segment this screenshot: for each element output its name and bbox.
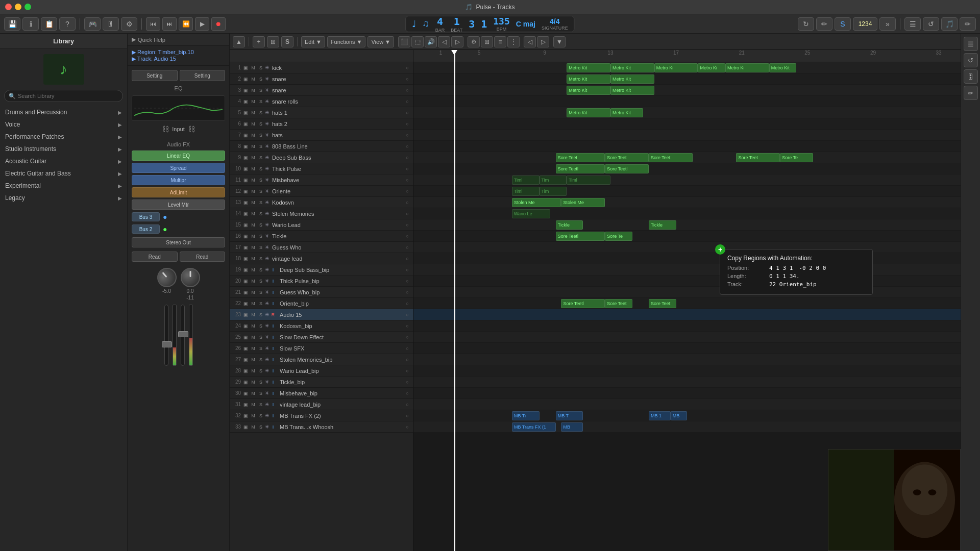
search-input[interactable] — [18, 93, 118, 99]
track-row[interactable]: 4 ▣ M S ✳ snare rolls ○ — [230, 96, 413, 107]
solo-button[interactable]: S — [257, 345, 264, 352]
content-row[interactable] — [413, 118, 961, 130]
solo-button[interactable]: S — [257, 143, 264, 150]
mute-button[interactable]: M — [250, 244, 257, 251]
align-button[interactable]: ≡ — [494, 36, 506, 47]
freeze-icon[interactable]: ✳ — [265, 424, 269, 430]
track-row[interactable]: 30 ▣ M S ✳ I Misbehave_bip ○ — [230, 388, 413, 399]
track-row[interactable]: 11 ▣ M S ✳ Misbehave ○ — [230, 174, 413, 186]
tool5-button[interactable]: ▷ — [451, 36, 463, 47]
freeze-icon[interactable]: ✳ — [265, 312, 269, 317]
time-display[interactable]: 1234 — [853, 17, 877, 31]
track-row[interactable]: 1 ▣ M S ✳ kick ○ — [230, 62, 413, 73]
mute-button[interactable]: M — [250, 143, 257, 150]
content-row[interactable]: Metro KitMetro Kit — [413, 73, 961, 85]
audio-clip[interactable]: Tim — [540, 176, 567, 185]
solo-button[interactable]: S — [257, 322, 264, 330]
freeze-icon[interactable]: ✳ — [265, 211, 269, 216]
audio-clip[interactable]: MB Ti — [512, 411, 540, 420]
panel-button[interactable]: 📋 — [41, 17, 57, 31]
mute-button[interactable]: M — [250, 221, 257, 229]
sidebar-item-studio[interactable]: Studio Instruments ▶ — [0, 143, 127, 155]
mute-button[interactable]: M — [250, 322, 257, 330]
content-row[interactable]: Metro KitMetro Kit — [413, 85, 961, 96]
input-icon[interactable]: I — [270, 300, 277, 307]
solo-button[interactable]: S — [257, 367, 264, 374]
freeze-icon[interactable]: ✳ — [265, 222, 269, 228]
pencil-button[interactable]: ✏ — [816, 17, 832, 31]
sidebar-item-drums[interactable]: Drums and Percussion ▶ — [0, 106, 127, 118]
mute-button[interactable]: M — [250, 379, 257, 386]
reset-button[interactable]: ↺ — [923, 17, 939, 31]
mute-button[interactable]: M — [250, 177, 257, 184]
audio-clip[interactable]: MB 1 — [649, 411, 671, 420]
tool4-button[interactable]: ◁ — [438, 36, 450, 47]
content-row[interactable] — [413, 253, 961, 264]
content-row[interactable] — [413, 343, 961, 354]
freeze-icon[interactable]: ✳ — [265, 278, 269, 284]
audio-clip[interactable]: Tim — [540, 187, 567, 196]
freeze-icon[interactable]: ✳ — [265, 413, 269, 418]
view-dropdown[interactable]: View ▼ — [368, 36, 394, 47]
track-row[interactable]: 10 ▣ M S ✳ Thick Pulse ○ — [230, 163, 413, 174]
bus3-button[interactable]: Bus 3 — [132, 212, 160, 221]
content-row[interactable]: Sore TeetlSore TeetSore Teet — [413, 298, 961, 309]
audio-clip[interactable]: Sore Teet — [605, 299, 632, 308]
midi-button[interactable]: 🎮 — [84, 17, 101, 31]
track-row[interactable]: 8 ▣ M S ✳ 808 Bass Line ○ — [230, 141, 413, 152]
solo-button[interactable]: S — [257, 221, 264, 229]
audio-clip[interactable]: Sore Teet — [736, 153, 780, 162]
solo-button[interactable]: S — [257, 266, 264, 273]
right-arrow-button[interactable]: ▷ — [537, 36, 549, 47]
audio-clip[interactable]: Sore Teet — [649, 299, 676, 308]
track-row[interactable]: 6 ▣ M S ✳ hats 2 ○ — [230, 118, 413, 130]
solo-button[interactable]: S — [257, 423, 264, 431]
audio-clip[interactable]: Metro Kit — [610, 108, 643, 117]
content-row[interactable]: TimlTim — [413, 186, 961, 197]
freeze-icon[interactable]: ✳ — [265, 244, 269, 250]
audio-clip[interactable]: Metro Kit — [567, 74, 610, 84]
content-row[interactable] — [413, 242, 961, 253]
adlimit-button[interactable]: AdLimit — [132, 187, 225, 197]
input-icon[interactable]: I — [270, 356, 277, 363]
mute-button[interactable]: M — [250, 345, 257, 352]
config-button[interactable]: ⚙ — [468, 36, 480, 47]
linear-eq-button[interactable]: Linear EQ — [132, 151, 225, 161]
content-row[interactable] — [413, 276, 961, 287]
settings-button[interactable]: ⚙ — [121, 17, 137, 31]
freeze-icon[interactable]: ✳ — [265, 345, 269, 351]
mute-button[interactable]: M — [250, 289, 257, 296]
volume-knob[interactable] — [153, 264, 181, 291]
freeze-icon[interactable]: ✳ — [265, 98, 269, 104]
solo-button[interactable]: S — [257, 188, 264, 195]
audio-clip[interactable]: Sore Te — [605, 232, 632, 241]
content-row[interactable] — [413, 332, 961, 343]
audio-clip[interactable]: MB — [671, 411, 687, 420]
mute-button[interactable]: M — [250, 188, 257, 195]
input-icon[interactable]: I — [270, 423, 277, 431]
content-row[interactable] — [413, 287, 961, 298]
content-row[interactable] — [413, 130, 961, 141]
track-row[interactable]: 31 ▣ M S ✳ I vintage lead_bip ○ — [230, 399, 413, 410]
freeze-icon[interactable]: ✳ — [265, 121, 269, 127]
audio-clip[interactable]: Metro Ki — [654, 63, 698, 72]
track-row[interactable]: 24 ▣ M S ✳ I Kodosvn_bip ○ — [230, 320, 413, 332]
solo-button[interactable]: S — [257, 76, 264, 83]
mute-button[interactable]: M — [250, 120, 257, 128]
audio-clip[interactable]: Sore Teetl — [556, 164, 605, 173]
spread-button[interactable]: Spread — [132, 163, 225, 173]
track-row[interactable]: 17 ▣ M S ✳ Guess Who ○ — [230, 242, 413, 253]
track-row[interactable]: 15 ▣ M S ✳ Wario Lead ○ — [230, 219, 413, 231]
track-row[interactable]: 5 ▣ M S ✳ hats 1 ○ — [230, 107, 413, 118]
fader2-track[interactable] — [181, 305, 185, 366]
audio-clip[interactable]: Tickle — [649, 220, 676, 230]
fader1-thumb[interactable] — [162, 341, 172, 347]
track-row[interactable]: 3 ▣ M S ✳ snare ○ — [230, 85, 413, 96]
solo-button[interactable]: S — [257, 390, 264, 397]
audio-clip[interactable]: MB T — [556, 411, 583, 420]
audio-clip[interactable]: Sore Te — [780, 153, 813, 162]
audio-clip[interactable]: Metro Kit — [567, 86, 610, 95]
tempo-display[interactable]: 135 bpm — [493, 16, 510, 32]
freeze-icon[interactable]: ✳ — [265, 110, 269, 115]
sidebar-item-acoustic[interactable]: Acoustic Guitar ▶ — [0, 155, 127, 167]
